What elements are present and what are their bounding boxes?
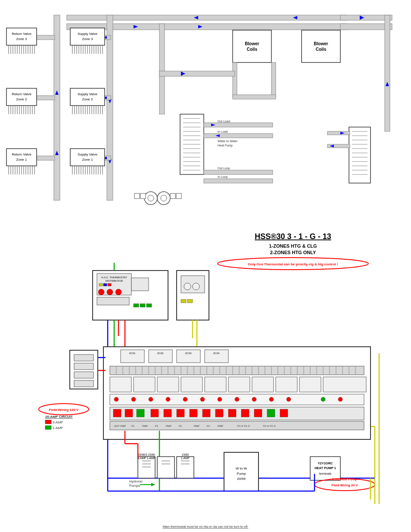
- svg-rect-245: [110, 366, 364, 375]
- svg-rect-314: [177, 409, 184, 417]
- svg-text:terminals: terminals: [319, 472, 332, 475]
- svg-rect-310: [125, 409, 133, 417]
- svg-text:W to W: W to W: [236, 467, 247, 470]
- svg-text:20/99: 20/99: [237, 477, 246, 481]
- svg-rect-293: [323, 377, 366, 392]
- piping-diagram: Return Valve Zone 3 Supply Valve Zone 3: [0, 0, 411, 224]
- svg-rect-322: [280, 409, 288, 417]
- svg-rect-291: [276, 377, 297, 392]
- svg-rect-340: [45, 426, 51, 429]
- svg-rect-203: [108, 283, 111, 286]
- svg-rect-311: [137, 409, 144, 417]
- svg-rect-189: [140, 193, 146, 199]
- svg-text:PMP: PMP: [166, 425, 171, 427]
- svg-rect-92: [6, 149, 37, 166]
- svg-point-205: [107, 289, 113, 295]
- svg-rect-309: [113, 409, 121, 417]
- svg-rect-308: [110, 407, 364, 420]
- svg-rect-190: [170, 193, 175, 199]
- svg-text:20/60/3  15/60: 20/60/3 15/60: [138, 453, 155, 456]
- svg-rect-288: [205, 377, 226, 392]
- svg-point-302: [235, 397, 239, 401]
- svg-rect-21: [37, 156, 55, 160]
- svg-text:20-AMP CIRCUIT: 20-AMP CIRCUIT: [45, 415, 73, 419]
- wiring-svg: HSS®30 3 - 1 - G - 13 1-ZONES HTG & CLG …: [0, 224, 411, 532]
- svg-text:Fluid Wiring 24 V: Fluid Wiring 24 V: [332, 483, 358, 487]
- svg-rect-312: [151, 409, 159, 417]
- svg-text:Coils: Coils: [247, 47, 258, 52]
- svg-rect-108: [70, 149, 105, 166]
- svg-text:PMP: PMP: [218, 425, 223, 427]
- svg-rect-338: [45, 420, 51, 424]
- svg-text:1-ZONES HTG  & CLG: 1-ZONES HTG & CLG: [269, 243, 317, 249]
- svg-point-297: [149, 397, 153, 401]
- svg-rect-191: [176, 193, 181, 199]
- svg-text:Out Load: Out Load: [218, 120, 230, 123]
- svg-point-206: [115, 289, 121, 295]
- svg-point-299: [183, 397, 187, 401]
- svg-rect-217: [187, 299, 193, 303]
- svg-rect-313: [164, 409, 171, 417]
- svg-rect-287: [181, 377, 202, 392]
- svg-rect-132: [233, 62, 237, 97]
- svg-rect-233: [74, 363, 93, 370]
- svg-text:Y2Y1ORC: Y2Y1ORC: [318, 461, 333, 465]
- svg-rect-18: [37, 96, 55, 100]
- svg-rect-285: [134, 377, 155, 392]
- svg-rect-320: [254, 409, 262, 417]
- svg-rect-2: [340, 24, 392, 30]
- svg-rect-208: [131, 278, 149, 291]
- wiring-title: HSS®30 3 - 1 - G - 13: [255, 232, 331, 241]
- svg-text:from Heat Pump: from Heat Pump: [332, 477, 357, 481]
- svg-rect-58: [6, 88, 37, 106]
- svg-point-303: [252, 397, 256, 401]
- piping-svg: Return Valve Zone 3 Supply Valve Zone 3: [0, 0, 411, 224]
- svg-rect-289: [228, 377, 250, 392]
- svg-text:Only One Thermostat can be pri: Only One Thermostat can be priority clg …: [248, 262, 338, 266]
- svg-rect-319: [241, 409, 249, 417]
- svg-text:P1: P1: [155, 425, 159, 427]
- svg-point-300: [200, 397, 205, 401]
- svg-rect-0: [0, 0, 411, 224]
- svg-text:Blower: Blower: [314, 41, 328, 46]
- svg-point-215: [193, 283, 199, 290]
- svg-rect-209: [134, 304, 139, 307]
- svg-point-304: [269, 397, 274, 401]
- svg-text:1-AMP: 1-AMP: [181, 457, 190, 460]
- svg-text:HOT PMP: HOT PMP: [114, 425, 126, 427]
- svg-text:3-AMP: 3-AMP: [53, 420, 63, 424]
- svg-text:TO H TO S: TO H TO S: [237, 425, 250, 427]
- svg-rect-292: [299, 377, 321, 392]
- svg-text:Water to Water: Water to Water: [218, 140, 238, 143]
- svg-text:Zone 3: Zone 3: [82, 37, 93, 41]
- svg-text:Return Valve: Return Valve: [12, 32, 31, 36]
- svg-text:TO H TO S: TO H TO S: [263, 425, 276, 427]
- svg-text:ZC01: ZC01: [129, 352, 136, 355]
- svg-rect-210: [140, 304, 145, 307]
- svg-rect-181: [385, 15, 390, 131]
- svg-rect-153: [204, 134, 273, 138]
- svg-text:Heat Pump: Heat Pump: [218, 144, 233, 147]
- svg-rect-286: [157, 377, 179, 392]
- svg-text:P1: P1: [131, 425, 135, 427]
- wiring-diagram: HSS®30 3 - 1 - G - 13 1-ZONES HTG & CLG …: [0, 224, 411, 532]
- svg-text:2-ZONES HTG ONLY: 2-ZONES HTG ONLY: [270, 250, 316, 255]
- svg-text:Hydronic: Hydronic: [129, 479, 143, 483]
- svg-rect-154: [204, 170, 273, 174]
- svg-text:H.A.C. THERMOSTAT: H.A.C. THERMOSTAT: [101, 276, 127, 279]
- svg-rect-321: [267, 409, 275, 417]
- svg-text:Zone 1: Zone 1: [82, 158, 93, 162]
- svg-rect-24: [6, 28, 37, 45]
- svg-text:ZC04: ZC04: [213, 352, 220, 355]
- svg-text:In Loop: In Loop: [218, 175, 227, 179]
- svg-rect-345: [177, 457, 194, 478]
- svg-rect-201: [99, 283, 103, 286]
- svg-text:PMP: PMP: [194, 425, 199, 427]
- svg-point-204: [98, 289, 104, 295]
- svg-point-296: [131, 397, 136, 401]
- svg-text:Supply Valve: Supply Valve: [78, 152, 98, 156]
- svg-text:Return Valve: Return Valve: [12, 152, 31, 156]
- svg-text:HEAT PUMP 1: HEAT PUMP 1: [314, 466, 336, 470]
- svg-point-214: [184, 283, 191, 290]
- svg-rect-74: [70, 88, 105, 106]
